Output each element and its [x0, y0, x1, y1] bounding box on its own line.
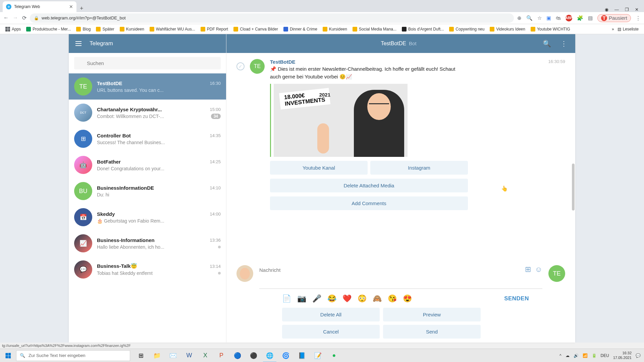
app-icon[interactable]: 🔵	[229, 349, 246, 362]
keyboard-icon[interactable]: ⊞	[525, 265, 531, 274]
extension-icon[interactable]: ▣	[546, 15, 551, 21]
adblock-icon[interactable]: ABP	[566, 15, 572, 21]
chat-item[interactable]: DCT Chartanalyse Kryptowähr...15:00 Comb…	[69, 100, 226, 126]
bookmark-item[interactable]: Videokurs Ideen	[488, 26, 527, 33]
menu-icon[interactable]	[75, 41, 82, 46]
bookmark-item[interactable]: Später	[94, 26, 116, 33]
clock[interactable]: 16:32 17.05.2021	[613, 351, 632, 360]
inline-button-instagram[interactable]: Instagram	[370, 161, 468, 175]
inline-button-add-comments[interactable]: Add Comments	[270, 196, 468, 210]
task-view-icon[interactable]: ⊞	[133, 349, 149, 362]
bookmark-item[interactable]: Youtube WICHTIG	[529, 26, 572, 33]
microphone-icon[interactable]: 🎤	[312, 294, 321, 303]
chat-item[interactable]: 🤖 BotFather14:25 Done! Congratulations o…	[69, 152, 226, 178]
sender-name[interactable]: TestBotDE	[270, 59, 296, 65]
quick-emoji[interactable]: 🙈	[373, 294, 382, 303]
search-input[interactable]	[74, 57, 221, 69]
wifi-icon[interactable]: 📶	[583, 353, 588, 358]
quick-emoji[interactable]: 😂	[327, 294, 336, 303]
message-image[interactable]: 18.000€INVESTMENTS 2021	[270, 84, 408, 157]
edge-icon[interactable]: 🌀	[278, 349, 294, 362]
chat-item[interactable]: 📅 Skeddy14:00 🎂 Geburtstag von Fabio Rem…	[69, 204, 226, 230]
reply-button-preview[interactable]: Preview	[383, 308, 481, 321]
quick-emoji[interactable]: ❤️	[342, 294, 352, 303]
spotify-icon[interactable]: ●	[326, 349, 342, 362]
chrome-menu-icon[interactable]: ⋮	[636, 15, 641, 21]
inline-button-delete-media[interactable]: Delete Attached Media	[270, 179, 468, 192]
chat-search-icon[interactable]: 🔍	[543, 40, 551, 48]
maximize-button[interactable]: ❐	[625, 7, 629, 12]
reload-button[interactable]: ⟳	[22, 15, 26, 21]
notepad-icon[interactable]: 📝	[310, 349, 326, 362]
bookmark-overflow-icon[interactable]: »	[612, 27, 614, 32]
bookmark-item[interactable]: Social Media Mana...	[351, 26, 398, 33]
apps-bookmark[interactable]: Apps	[3, 26, 23, 33]
app-icon[interactable]: 📘	[294, 349, 310, 362]
chat-item[interactable]: ⊞ Controller Bot14:35 Success! The chann…	[69, 126, 226, 152]
bookmark-item[interactable]: Produktsuche - Mer...	[24, 26, 73, 33]
reply-button-cancel[interactable]: Cancel	[282, 325, 380, 339]
quick-emoji[interactable]: 😍	[403, 294, 412, 303]
bookmark-item[interactable]: Bois d'Argent Duft...	[400, 26, 446, 33]
my-avatar[interactable]	[236, 265, 253, 282]
sender-avatar[interactable]: TE	[250, 59, 265, 74]
notifications-icon[interactable]: 💬	[636, 353, 641, 358]
profile-button[interactable]: T Pausiert	[597, 14, 631, 22]
chat-menu-icon[interactable]: ⋮	[560, 40, 567, 48]
scrollbar[interactable]	[572, 164, 575, 210]
browser-tab[interactable]: ✈ Telegram Web ✕	[3, 1, 76, 12]
close-window-button[interactable]: ✕	[635, 7, 639, 12]
battery-icon[interactable]: 🔋	[592, 353, 597, 358]
obs-icon[interactable]: ⚫	[246, 349, 262, 362]
back-button[interactable]: ←	[3, 15, 9, 21]
bookmark-item[interactable]: Dinner & Crime	[281, 26, 319, 33]
zoom-icon[interactable]: 🔍	[526, 15, 533, 21]
quick-emoji[interactable]: 😳	[358, 294, 367, 303]
start-button[interactable]	[0, 349, 16, 362]
bookmark-item[interactable]: PDF Report	[199, 26, 230, 33]
reply-button-send[interactable]: Send	[383, 325, 481, 339]
mail-icon[interactable]: ✉️	[165, 349, 181, 362]
chrome-account-icon[interactable]: ◉	[605, 7, 608, 12]
recipient-avatar[interactable]: TE	[548, 265, 565, 282]
bookmark-item[interactable]: Copywriting neu	[447, 26, 486, 33]
reply-button-delete-all[interactable]: Delete All	[282, 308, 380, 321]
file-explorer-icon[interactable]: 📁	[149, 349, 165, 362]
extensions-menu-icon[interactable]: 🧩	[577, 15, 583, 21]
extension-icon[interactable]: 🛍	[556, 15, 561, 21]
reading-list-button[interactable]: ▤Leseliste	[615, 26, 641, 33]
chat-item[interactable]: BU BusinessInformationDE14:10 Du: hi	[69, 178, 226, 204]
bookmark-item[interactable]: Blog	[74, 26, 93, 33]
chat-title[interactable]: TestBotDE Bot	[381, 41, 416, 47]
emoji-picker-icon[interactable]: ☺	[535, 265, 542, 274]
tab-close-icon[interactable]: ✕	[69, 4, 73, 9]
excel-icon[interactable]: X	[197, 349, 213, 362]
bookmark-item[interactable]: Kursideen	[321, 26, 349, 33]
quick-emoji[interactable]: 😘	[388, 294, 397, 303]
url-bar[interactable]: 🔒 web.telegram.org/#/im?p=@TestBotDE_bot	[30, 13, 514, 23]
new-tab-button[interactable]: +	[76, 5, 87, 12]
chat-item[interactable]: 💬 Business-Talk😇13:14 Tobias hat Skeddy …	[69, 256, 226, 283]
onedrive-icon[interactable]: ☁	[566, 353, 570, 358]
bookmark-item[interactable]: Kursideen	[118, 26, 146, 33]
chat-item-testbotde[interactable]: TE TestBotDE16:30 URL buttons saved. You…	[69, 73, 226, 100]
install-app-icon[interactable]: ⊕	[517, 15, 522, 21]
chrome-icon[interactable]: 🌐	[262, 349, 278, 362]
select-message-checkbox[interactable]: ✓	[236, 62, 245, 70]
tray-chevron-icon[interactable]: ^	[559, 353, 561, 358]
minimize-button[interactable]: —	[614, 7, 619, 12]
attach-file-icon[interactable]: 📄	[282, 294, 291, 303]
forward-button[interactable]: →	[13, 15, 18, 21]
inline-button-youtube[interactable]: Youtube Kanal	[270, 161, 368, 175]
chat-item[interactable]: 📈 Business-Informationen13:36 Hallo lieb…	[69, 230, 226, 256]
word-icon[interactable]: W	[181, 349, 197, 362]
bookmark-star-icon[interactable]: ☆	[537, 15, 542, 21]
bookmark-item[interactable]: Cload + Canva Bilder	[231, 26, 280, 33]
bookmark-item[interactable]: Wahlfächer WU Aus...	[148, 26, 197, 33]
windows-search-input[interactable]: 🔍 Zur Suche Text hier eingeben	[16, 350, 130, 361]
send-button[interactable]: SENDEN	[504, 295, 529, 302]
volume-icon[interactable]: 🔊	[574, 353, 579, 358]
message-input[interactable]	[259, 265, 542, 275]
language-indicator[interactable]: DEU	[601, 353, 609, 358]
camera-icon[interactable]: 📷	[297, 294, 306, 303]
